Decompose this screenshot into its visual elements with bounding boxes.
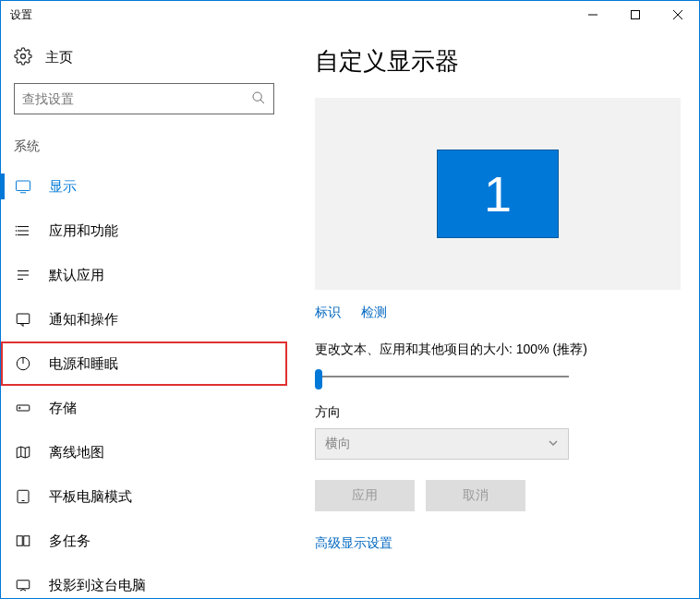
sidebar-item-display[interactable]: 显示 [1,164,287,209]
sidebar-item-label: 显示 [49,178,77,196]
svg-point-14 [16,234,17,235]
svg-point-5 [253,92,261,101]
sidebar-item-default-apps[interactable]: 默认应用 [1,253,287,297]
window-title: 设置 [10,7,32,23]
main-panel: 自定义显示器 1 标识 检测 更改文本、应用和其他项目的大小: 100% (推荐… [287,29,699,598]
sidebar-item-tablet-mode[interactable]: 平板电脑模式 [1,474,287,519]
sidebar-item-label: 投影到这台电脑 [49,577,146,594]
orientation-value: 横向 [325,436,351,452]
minimize-button[interactable] [572,1,614,29]
svg-point-13 [16,231,17,232]
multitasking-icon [14,532,32,550]
sidebar-item-label: 应用和功能 [49,222,118,240]
search-box[interactable] [14,83,274,114]
notifications-icon [14,310,32,329]
gear-icon [14,47,32,68]
identify-link[interactable]: 标识 [315,305,341,321]
sidebar-item-multitasking[interactable]: 多任务 [1,519,287,563]
section-label: 系统 [1,131,287,164]
maximize-button[interactable] [614,1,657,29]
search-icon [251,90,266,108]
svg-point-12 [16,226,17,227]
svg-line-6 [260,100,264,103]
svg-rect-28 [24,536,30,546]
sidebar-item-projecting[interactable]: 投影到这台电脑 [1,563,287,598]
display-preview: 1 [315,98,681,290]
svg-rect-7 [17,181,30,191]
sidebar-item-label: 离线地图 [49,444,104,461]
svg-point-22 [19,407,21,409]
orientation-label: 方向 [315,404,681,421]
sidebar-item-label: 多任务 [49,533,91,550]
home-button[interactable]: 主页 [1,40,287,79]
tablet-mode-icon [14,487,32,506]
sidebar-item-label: 默认应用 [49,267,104,284]
sidebar-item-label: 电源和睡眠 [49,355,118,373]
advanced-display-link[interactable]: 高级显示设置 [315,535,392,550]
svg-rect-1 [632,11,640,19]
titlebar: 设置 [1,1,699,29]
svg-point-4 [21,54,26,59]
scale-label: 更改文本、应用和其他项目的大小: 100% (推荐) [315,341,681,358]
close-button[interactable] [657,1,699,29]
power-icon [14,354,32,373]
apply-button[interactable]: 应用 [315,480,415,511]
offline-maps-icon [14,443,32,461]
sidebar-item-notifications[interactable]: 通知和操作 [1,297,287,341]
default-apps-icon [14,266,32,284]
orientation-select[interactable]: 横向 [315,428,569,460]
sidebar-item-offline-maps[interactable]: 离线地图 [1,430,287,474]
sidebar-item-apps[interactable]: 应用和功能 [1,209,287,253]
detect-link[interactable]: 检测 [361,305,387,321]
svg-rect-29 [17,581,30,589]
sidebar-item-power-sleep[interactable]: 电源和睡眠 [1,341,287,386]
slider-track [315,376,569,377]
sidebar-item-storage[interactable]: 存储 [1,386,287,430]
sidebar-item-label: 存储 [49,400,77,417]
page-title: 自定义显示器 [315,45,681,78]
storage-icon [14,399,32,417]
search-input[interactable] [22,91,251,106]
monitor-number: 1 [484,165,512,222]
sidebar: 主页 系统 显示 应用和功能 默认应用 通知和操作 电源和睡眠 [1,29,287,598]
cancel-button[interactable]: 取消 [426,480,525,511]
projecting-icon [14,576,32,594]
monitor-1[interactable]: 1 [437,150,559,238]
scale-slider[interactable] [315,367,569,386]
sidebar-item-label: 通知和操作 [49,311,118,329]
sidebar-item-label: 平板电脑模式 [49,488,132,506]
display-icon [14,177,32,196]
slider-thumb[interactable] [315,369,322,389]
svg-rect-18 [17,314,30,324]
svg-rect-27 [17,536,22,546]
apps-icon [14,222,32,240]
chevron-down-icon [548,437,559,451]
home-label: 主页 [45,49,73,66]
